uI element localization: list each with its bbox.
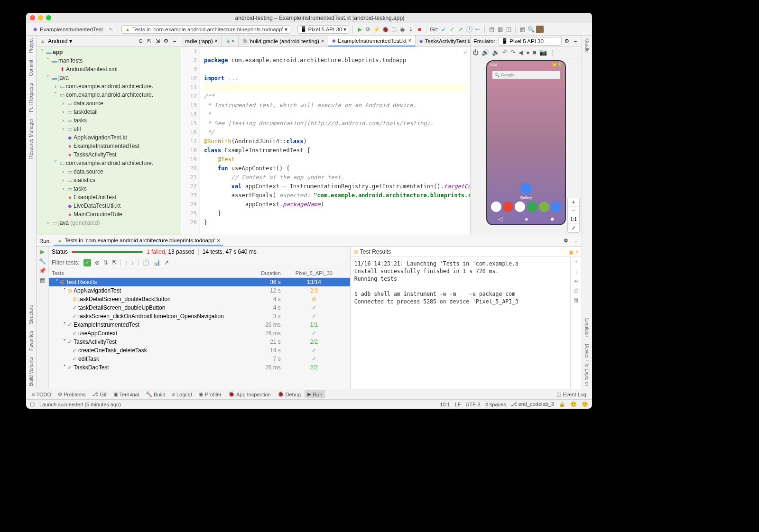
next-failed-icon[interactable]: ↓ bbox=[131, 259, 134, 266]
nav-overview-icon[interactable]: ■ bbox=[550, 216, 554, 222]
zoom-in-button[interactable]: + bbox=[568, 198, 579, 207]
zoom-out-button[interactable]: − bbox=[568, 207, 579, 215]
maps-app-icon[interactable] bbox=[527, 202, 537, 212]
close-icon[interactable]: × bbox=[408, 38, 411, 43]
gradle-tool-button[interactable]: Gradle bbox=[584, 37, 590, 54]
android-app-icon[interactable] bbox=[539, 202, 549, 212]
test-row[interactable]: ˅✓ ExampleInstrumentedTest26 ms1/1 bbox=[49, 321, 350, 329]
pull-requests-tool-button[interactable]: Pull Requests bbox=[28, 82, 34, 113]
project-tree[interactable]: ˅▬app ˅▬manifests ⬍AndroidManifest.xml ˅… bbox=[37, 47, 181, 235]
app-inspection-tab[interactable]: 🐞 App Inspection bbox=[225, 390, 274, 398]
build-tab[interactable]: 🔨 Build bbox=[143, 390, 168, 398]
resource-manager-icon[interactable]: ◫ bbox=[505, 26, 512, 33]
apply-changes-icon[interactable]: ⟳ bbox=[365, 26, 371, 33]
git-rollback-icon[interactable]: ⤺ bbox=[474, 26, 481, 33]
hide-pane-icon[interactable]: − bbox=[171, 38, 178, 45]
hide-pane-icon[interactable]: − bbox=[572, 38, 579, 45]
test-row[interactable]: ⊘ taskDetailScreen_doubleBackButton4 s⊘ bbox=[49, 295, 350, 303]
debug-button[interactable]: 🐞 bbox=[382, 26, 389, 33]
prev-failed-icon[interactable]: ↑ bbox=[125, 259, 128, 266]
test-row[interactable]: ˅✓ TasksActivityTest21 s2/2 bbox=[49, 338, 350, 346]
line-separator[interactable]: LF bbox=[455, 402, 461, 407]
expand-all-icon[interactable]: ⇱ bbox=[146, 38, 152, 45]
test-tree[interactable]: ˅⊘ Test Results36 s13/14˅⊘ AppNavigation… bbox=[49, 278, 350, 389]
user-avatar[interactable] bbox=[536, 26, 544, 33]
test-history-icon[interactable]: 🕐 bbox=[142, 259, 149, 266]
coverage-button[interactable]: ⬚ bbox=[390, 26, 397, 33]
test-row[interactable]: ✓ createOneTask_deleteTask14 s✓ bbox=[49, 346, 350, 355]
home-icon[interactable]: ● bbox=[526, 49, 530, 56]
device-file-explorer-button[interactable]: Device File Explorer bbox=[584, 343, 590, 387]
stop-button[interactable]: ■ bbox=[416, 26, 423, 33]
export-results-icon[interactable]: ↗ bbox=[164, 259, 169, 266]
breadcrumb-file[interactable]: ◆ ExampleInstrumentedTest bbox=[29, 25, 106, 34]
rotate-right-icon[interactable]: ↷ bbox=[510, 49, 516, 56]
profile-button[interactable]: ◉ bbox=[399, 26, 406, 33]
test-row[interactable]: ✓ taskDetailScreen_doubleUpButton4 s✓ bbox=[49, 303, 350, 312]
back-arrow-icon[interactable]: ↖ bbox=[108, 26, 114, 33]
sort-icon[interactable]: ⇅ bbox=[103, 259, 108, 266]
sdk-manager-icon[interactable]: ▥ bbox=[497, 26, 503, 33]
gear-icon[interactable]: ⚙ bbox=[564, 38, 570, 45]
lock-icon[interactable]: 🔒 bbox=[559, 401, 565, 407]
phone-app-icon[interactable] bbox=[491, 202, 501, 212]
structure-tool-button[interactable]: Structure bbox=[28, 304, 34, 325]
terminal-tab[interactable]: ▣ Terminal bbox=[111, 390, 142, 398]
maximize-window-button[interactable] bbox=[46, 15, 51, 20]
layout-icon[interactable]: ▦ bbox=[40, 277, 45, 284]
indent-setting[interactable]: 4 spaces bbox=[485, 402, 506, 407]
zoom-actual-button[interactable]: 1:1 bbox=[568, 215, 579, 224]
logcat-tab[interactable]: ≡ Logcat bbox=[169, 391, 195, 398]
close-icon[interactable]: × bbox=[575, 248, 579, 255]
print-icon[interactable]: 🖨 bbox=[574, 287, 579, 294]
power-icon[interactable]: ⏻ bbox=[472, 49, 479, 56]
git-branch[interactable]: ⎇ end_codelab_3 bbox=[511, 401, 554, 407]
overview-icon[interactable]: ■ bbox=[533, 49, 537, 56]
messages-app-icon[interactable] bbox=[503, 202, 513, 212]
toggle-auto-test-icon[interactable]: 🔧 bbox=[39, 258, 46, 265]
code-content[interactable]: ✓package com.example.android.architectur… bbox=[200, 47, 470, 235]
collapse-all-icon[interactable]: ⇲ bbox=[154, 38, 161, 45]
git-history-icon[interactable]: 🕐 bbox=[466, 26, 472, 33]
camera-app-icon[interactable] bbox=[551, 202, 561, 212]
tab-tasks-activity[interactable]: ◆TasksActivityTest.kt× bbox=[416, 36, 470, 46]
apply-code-changes-icon[interactable]: ⚡ bbox=[373, 26, 380, 33]
nav-home-icon[interactable]: ● bbox=[525, 216, 528, 222]
status-square-icon[interactable]: ▢ bbox=[30, 401, 35, 407]
problems-tab[interactable]: ⊘ Problems bbox=[55, 390, 88, 398]
volume-up-icon[interactable]: 🔊 bbox=[481, 49, 489, 56]
show-passed-toggle[interactable]: ✓ bbox=[83, 259, 91, 266]
file-encoding[interactable]: UTF-8 bbox=[465, 402, 480, 407]
close-window-button[interactable] bbox=[30, 15, 35, 20]
layout-mode-icon[interactable]: ▣ bbox=[568, 248, 574, 255]
zoom-fit-button[interactable]: ⤢ bbox=[568, 224, 579, 232]
console-output[interactable]: 11/16 14:23:21: Launching 'Tests in 'com… bbox=[351, 257, 570, 389]
test-row[interactable]: ✓ tasksScreen_clickOnAndroidHomeIcon_Ope… bbox=[49, 312, 350, 321]
more-icon[interactable]: ⋮ bbox=[550, 49, 556, 56]
import-results-icon[interactable]: 📊 bbox=[153, 259, 160, 266]
code-editor[interactable]: 1231011121314151617181920212223242526 ✓p… bbox=[181, 47, 470, 235]
rerun-button[interactable]: ▶ bbox=[39, 248, 46, 255]
attach-debugger-icon[interactable]: ⇣ bbox=[407, 26, 414, 33]
test-row[interactable]: ✓ editTask7 s✓ bbox=[49, 355, 350, 363]
rotate-left-icon[interactable]: ↶ bbox=[502, 49, 508, 56]
sad-icon[interactable]: 🙁 bbox=[582, 401, 588, 407]
run-config-dropdown[interactable]: ▲ Tests in 'com.example.android.architec… bbox=[121, 25, 290, 34]
git-push-icon[interactable]: ↗ bbox=[457, 26, 464, 33]
chrome-app-icon[interactable] bbox=[515, 202, 525, 212]
emulator-tool-button[interactable]: Emulator bbox=[584, 317, 590, 338]
search-icon[interactable]: 🔍 bbox=[528, 26, 534, 33]
commit-tool-button[interactable]: Commit bbox=[28, 59, 34, 77]
project-tool-button[interactable]: Project bbox=[28, 37, 34, 54]
scroll-down-icon[interactable]: ↓ bbox=[575, 268, 578, 275]
caret-position[interactable]: 10:1 bbox=[440, 402, 450, 407]
test-row[interactable]: ✓ useAppContext26 ms✓ bbox=[49, 329, 350, 338]
device-dropdown[interactable]: 📱 Pixel 5 API 30 ▾ bbox=[297, 25, 350, 34]
screenshot-icon[interactable]: 📷 bbox=[539, 49, 547, 56]
layout-inspector-icon[interactable]: ▦ bbox=[519, 26, 526, 33]
minimize-window-button[interactable] bbox=[38, 15, 43, 20]
hide-pane-icon[interactable]: − bbox=[572, 238, 579, 244]
profiler-tab[interactable]: ◉ Profiler bbox=[196, 390, 224, 398]
favorites-tool-button[interactable]: Favorites bbox=[28, 330, 34, 351]
tab-example-instrumented[interactable]: ◆ExampleInstrumentedTest.kt× bbox=[328, 36, 416, 46]
